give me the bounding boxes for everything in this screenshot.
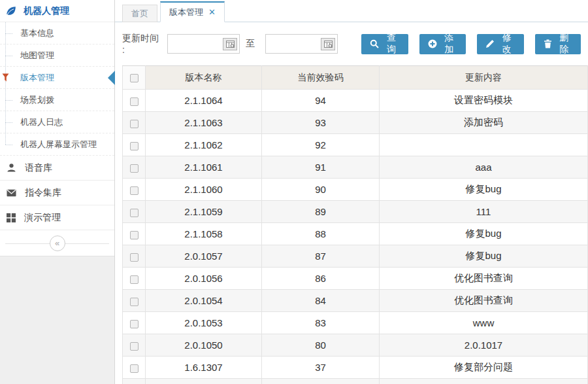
close-tab-icon[interactable]: ✕ xyxy=(208,4,216,20)
row-checkbox-cell xyxy=(123,134,146,156)
row-checkbox[interactable] xyxy=(130,253,139,262)
tab-bar: 首页 版本管理 ✕ xyxy=(115,0,588,22)
cell-update-content: 修复部分问题 xyxy=(380,357,588,379)
row-checkbox[interactable] xyxy=(130,164,139,173)
row-checkbox[interactable] xyxy=(130,142,139,150)
table-row[interactable]: 2.1.106191aaa xyxy=(123,156,588,179)
cell-version: 2.0.1054 xyxy=(146,290,262,312)
row-checkbox[interactable] xyxy=(130,120,139,128)
cell-checkcode: 94 xyxy=(262,90,380,112)
row-checkbox-cell xyxy=(123,334,146,357)
row-checkbox-cell xyxy=(123,223,146,245)
row-checkbox[interactable] xyxy=(130,298,139,306)
active-item-arrow-icon xyxy=(108,71,115,85)
cell-version: 2.1.1059 xyxy=(146,201,262,223)
cell-update-content: 111 xyxy=(380,201,588,223)
sidebar-header-robot-management[interactable]: 机器人管理 xyxy=(0,0,114,22)
filter-bar: 更新时间 : 至 查询 xyxy=(115,22,588,65)
cell-checkcode: 37 xyxy=(262,357,380,379)
cell-version: 2.1.1061 xyxy=(146,156,262,179)
cell-update-content xyxy=(380,134,588,156)
table-row[interactable]: 2.1.106292 xyxy=(123,134,588,156)
calendar-icon[interactable] xyxy=(223,38,237,50)
row-checkbox[interactable] xyxy=(130,364,139,373)
sidebar-item-basic-info[interactable]: 基本信息 xyxy=(0,22,114,44)
row-checkbox-cell xyxy=(123,290,146,312)
sidebar-item-label: 基本信息 xyxy=(20,27,54,39)
edit-button-label: 修改 xyxy=(498,32,515,56)
table-row[interactable]: 2.1.105989111 xyxy=(123,201,588,223)
cell-checkcode: 86 xyxy=(262,268,380,290)
table-row[interactable]: 1.6.130737修复部分问题 xyxy=(123,357,588,379)
sidebar-item-version-management[interactable]: 版本管理 xyxy=(0,67,114,89)
date-to-input xyxy=(265,34,338,54)
collapse-sidebar-button[interactable]: « xyxy=(50,236,65,251)
sidebar-item-scene-allocation[interactable]: 场景划拨 xyxy=(0,89,114,111)
sidebar-item-label: 指令集库 xyxy=(25,187,61,199)
date-to-field[interactable] xyxy=(266,35,321,52)
cell-checkcode: 91 xyxy=(262,156,380,179)
cell-version: 2.0.1057 xyxy=(146,245,262,268)
table-row[interactable]: 2.1.106494设置密码模块 xyxy=(123,90,588,112)
select-all-cell xyxy=(123,66,146,90)
row-checkbox-cell xyxy=(123,312,146,334)
table-row[interactable]: 2.1.106090修复bug xyxy=(123,179,588,201)
table-row[interactable]: 2.0.1050802.0.1017 xyxy=(123,334,588,357)
cell-version: 2.1.1060 xyxy=(146,179,262,201)
edit-button[interactable]: 修改 xyxy=(477,34,523,54)
sidebar-sections: 语音库指令集库演示管理 xyxy=(0,156,114,230)
row-checkbox[interactable] xyxy=(130,97,139,106)
pencil-icon xyxy=(485,39,495,48)
cell-update-content: 设置密码模块 xyxy=(380,90,588,112)
table-header-row: 版本名称 当前效验码 更新内容 xyxy=(123,66,588,90)
row-checkbox[interactable] xyxy=(130,275,139,284)
date-from-input xyxy=(167,34,240,54)
row-checkbox-cell xyxy=(123,90,146,112)
cell-checkcode: 80 xyxy=(262,334,380,357)
table-row[interactable]: 2.1.106393添加密码 xyxy=(123,112,588,134)
cell-update-content: 优化图书查询 xyxy=(380,290,588,312)
plus-circle-icon xyxy=(428,39,437,48)
cell-version: 2.1.1063 xyxy=(146,112,262,134)
cell-checkcode: 87 xyxy=(262,245,380,268)
row-checkbox[interactable] xyxy=(130,342,139,351)
row-checkbox-cell xyxy=(123,357,146,379)
table-row[interactable]: 2.0.105686优化图书查询 xyxy=(123,268,588,290)
cell-version: 2.0.1056 xyxy=(146,268,262,290)
table-row[interactable]: 2.0.105383www xyxy=(123,312,588,334)
sidebar: 机器人管理 基本信息地图管理版本管理场景划拨机器人日志机器人屏幕显示管理 语音库… xyxy=(0,0,115,384)
search-button-label: 查询 xyxy=(383,32,399,56)
tab-version-management[interactable]: 版本管理 ✕ xyxy=(160,1,225,22)
delete-button[interactable]: 删除 xyxy=(535,34,581,54)
tab-version-label: 版本管理 xyxy=(169,4,203,20)
table-row[interactable]: 2.0.105484优化图书查询 xyxy=(123,290,588,312)
cell-version: 2.0.1050 xyxy=(146,334,262,357)
row-checkbox-cell xyxy=(123,245,146,268)
cell-checkcode: 84 xyxy=(262,290,380,312)
tab-home[interactable]: 首页 xyxy=(122,5,157,22)
sidebar-item-robot-log[interactable]: 机器人日志 xyxy=(0,111,114,133)
cell-checkcode: 92 xyxy=(262,134,380,156)
filter-icon xyxy=(2,73,9,82)
row-checkbox-cell xyxy=(123,179,146,201)
row-checkbox[interactable] xyxy=(130,231,139,239)
table-row[interactable]: 2.0.105787修复bug xyxy=(123,245,588,268)
row-checkbox[interactable] xyxy=(130,209,139,217)
calendar-icon[interactable] xyxy=(321,38,335,50)
column-header-checkcode: 当前效验码 xyxy=(262,66,380,90)
sidebar-item-demo-management[interactable]: 演示管理 xyxy=(0,205,114,230)
row-checkbox[interactable] xyxy=(130,320,139,328)
select-all-checkbox[interactable] xyxy=(130,74,139,82)
table-row[interactable] xyxy=(123,379,588,384)
sidebar-item-map-management[interactable]: 地图管理 xyxy=(0,44,114,67)
sidebar-item-robot-screen-display-management[interactable]: 机器人屏幕显示管理 xyxy=(0,133,114,156)
cell-update-content: 2.0.1017 xyxy=(380,334,588,357)
add-button[interactable]: 添加 xyxy=(419,34,466,54)
table-row[interactable]: 2.1.105888修复bug xyxy=(123,223,588,245)
sidebar-item-command-library[interactable]: 指令集库 xyxy=(0,181,114,205)
row-checkbox[interactable] xyxy=(130,186,139,195)
date-from-field[interactable] xyxy=(168,35,223,52)
search-button[interactable]: 查询 xyxy=(361,34,408,54)
sidebar-submenu: 基本信息地图管理版本管理场景划拨机器人日志机器人屏幕显示管理 xyxy=(0,22,114,156)
sidebar-item-voice-library[interactable]: 语音库 xyxy=(0,156,114,181)
